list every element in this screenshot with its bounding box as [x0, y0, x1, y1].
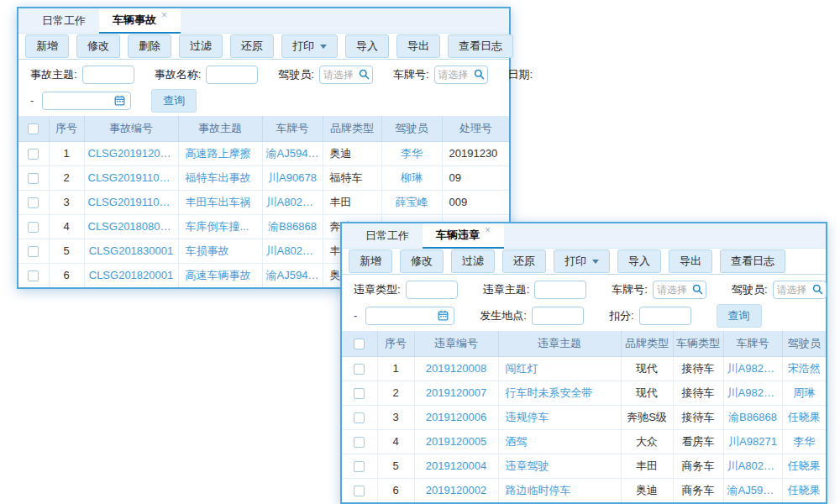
cell-link[interactable]: 违章驾驶: [498, 454, 621, 478]
cell-link[interactable]: 酒驾: [498, 429, 621, 454]
lookup-input[interactable]: [656, 284, 692, 296]
cell-link[interactable]: 李华: [381, 141, 442, 165]
cell-link[interactable]: 宋浩然: [782, 356, 826, 381]
cell-link[interactable]: CLSG201820001: [84, 263, 178, 287]
cell-link[interactable]: 川A802938: [723, 454, 782, 478]
row-checkbox[interactable]: [28, 149, 39, 160]
cell-link[interactable]: 川A98271: [723, 429, 782, 454]
tab-violation-1[interactable]: 车辆违章×: [423, 223, 504, 249]
cell-link[interactable]: 川A802938: [262, 239, 323, 263]
lookup-input[interactable]: [323, 69, 359, 81]
cell-link[interactable]: CLSG201830001: [84, 239, 178, 263]
toolbar-button-2[interactable]: 删除: [128, 34, 171, 58]
calendar-icon[interactable]: [114, 95, 125, 106]
toolbar-button-3[interactable]: 过滤: [179, 34, 223, 58]
tab-close-icon[interactable]: ×: [485, 225, 491, 235]
date-input[interactable]: [48, 94, 114, 108]
cell-link[interactable]: 闯红灯: [498, 356, 621, 381]
cell-link[interactable]: 高速路上摩擦: [178, 141, 262, 165]
row-checkbox[interactable]: [28, 270, 39, 281]
cell-link[interactable]: 违规停车: [498, 405, 621, 429]
toolbar-button-1[interactable]: 修改: [400, 249, 444, 273]
toolbar-button-4[interactable]: 还原: [230, 34, 274, 58]
toolbar-button-0[interactable]: 新增: [25, 34, 69, 58]
cell-link[interactable]: 行车时未系安全带: [498, 381, 621, 405]
row-checkbox[interactable]: [28, 246, 39, 257]
cell-link[interactable]: 李华: [782, 429, 826, 454]
filter-input[interactable]: [406, 281, 458, 299]
cell-link[interactable]: 2019120006: [414, 405, 498, 429]
cell-link[interactable]: 渝AJ59484: [723, 478, 782, 502]
search-icon[interactable]: [692, 284, 703, 295]
row-checkbox[interactable]: [354, 388, 365, 399]
cell-link[interactable]: 车库倒车撞...: [178, 214, 262, 239]
cell-link[interactable]: 任晓果: [782, 454, 826, 478]
toolbar-button-6[interactable]: 导出: [669, 249, 712, 273]
toolbar-button-2[interactable]: 过滤: [451, 249, 495, 273]
cell-link[interactable]: 渝AJ59484: [262, 141, 323, 165]
toolbar-button-5[interactable]: 打印: [281, 34, 338, 58]
cell-link[interactable]: 2019120005: [414, 429, 498, 454]
cell-link[interactable]: 渝AJ59484: [262, 263, 323, 287]
filter-input[interactable]: [532, 307, 584, 325]
toolbar-button-7[interactable]: 导出: [396, 34, 440, 58]
filter-input[interactable]: [639, 307, 691, 325]
row-checkbox[interactable]: [354, 412, 365, 423]
lookup-input[interactable]: [438, 69, 474, 81]
cell-link[interactable]: 高速车辆事故: [178, 263, 262, 287]
select-all-checkbox[interactable]: [28, 123, 39, 134]
search-icon[interactable]: [474, 69, 485, 80]
lookup-input[interactable]: [776, 284, 812, 296]
row-checkbox[interactable]: [28, 222, 39, 233]
cell-link[interactable]: 路边临时停车: [498, 478, 621, 502]
tab-accident-0[interactable]: 日常工作: [29, 8, 99, 33]
cell-link[interactable]: 川A802938: [262, 190, 323, 214]
cell-link[interactable]: 福特车出事故: [178, 165, 262, 190]
cell-link[interactable]: 川A982780: [723, 381, 782, 405]
calendar-icon[interactable]: [438, 310, 449, 321]
cell-link[interactable]: 川A90678: [262, 165, 323, 190]
toolbar-button-6[interactable]: 导入: [345, 34, 389, 58]
tab-accident-1[interactable]: 车辆事故×: [99, 8, 181, 34]
cell-link[interactable]: 周琳: [782, 381, 826, 405]
query-button[interactable]: 查询: [717, 304, 762, 328]
row-checkbox[interactable]: [354, 364, 365, 375]
toolbar-button-5[interactable]: 导入: [617, 249, 661, 273]
cell-link[interactable]: CLSG2019120001: [84, 141, 178, 165]
tab-close-icon[interactable]: ×: [161, 10, 167, 20]
date-input[interactable]: [371, 309, 438, 323]
toolbar-button-1[interactable]: 修改: [76, 34, 120, 58]
row-checkbox[interactable]: [354, 437, 365, 448]
cell-link[interactable]: 任晓果: [782, 478, 826, 502]
row-checkbox[interactable]: [28, 197, 39, 208]
filter-input[interactable]: [534, 281, 586, 299]
cell-link[interactable]: CLSG2018080001: [84, 214, 178, 239]
cell-link[interactable]: 任晓果: [782, 405, 826, 429]
cell-link[interactable]: 薛宝峰: [381, 190, 442, 214]
toolbar-button-3[interactable]: 还原: [502, 249, 546, 273]
cell-link[interactable]: 丰田车出车祸: [178, 190, 262, 214]
toolbar-button-7[interactable]: 查看日志: [720, 249, 785, 273]
row-checkbox[interactable]: [28, 173, 39, 184]
cell-link[interactable]: 柳琳: [381, 165, 442, 190]
query-button[interactable]: 查询: [151, 89, 197, 113]
cell-link[interactable]: CLSG2019110001: [84, 190, 178, 214]
select-all-checkbox[interactable]: [354, 339, 365, 349]
row-checkbox[interactable]: [354, 461, 365, 472]
cell-link[interactable]: 2019120007: [414, 381, 498, 405]
cell-link[interactable]: CLSG2019110002: [84, 165, 178, 190]
toolbar-button-8[interactable]: 查看日志: [448, 34, 513, 58]
filter-input[interactable]: [206, 66, 258, 84]
row-checkbox[interactable]: [354, 486, 365, 496]
cell-link[interactable]: 渝B86868: [723, 405, 782, 429]
cell-link[interactable]: 川A982780: [723, 356, 782, 381]
cell-link[interactable]: 2019120008: [414, 356, 498, 381]
toolbar-button-0[interactable]: 新增: [349, 249, 392, 273]
cell-link[interactable]: 渝B86868: [262, 214, 323, 239]
search-icon[interactable]: [359, 69, 370, 80]
cell-link[interactable]: 车损事故: [178, 239, 262, 263]
cell-link[interactable]: 2019120004: [414, 454, 498, 478]
cell-link[interactable]: 2019120002: [414, 478, 498, 502]
tab-violation-0[interactable]: 日常工作: [352, 223, 423, 248]
filter-input[interactable]: [82, 66, 134, 84]
